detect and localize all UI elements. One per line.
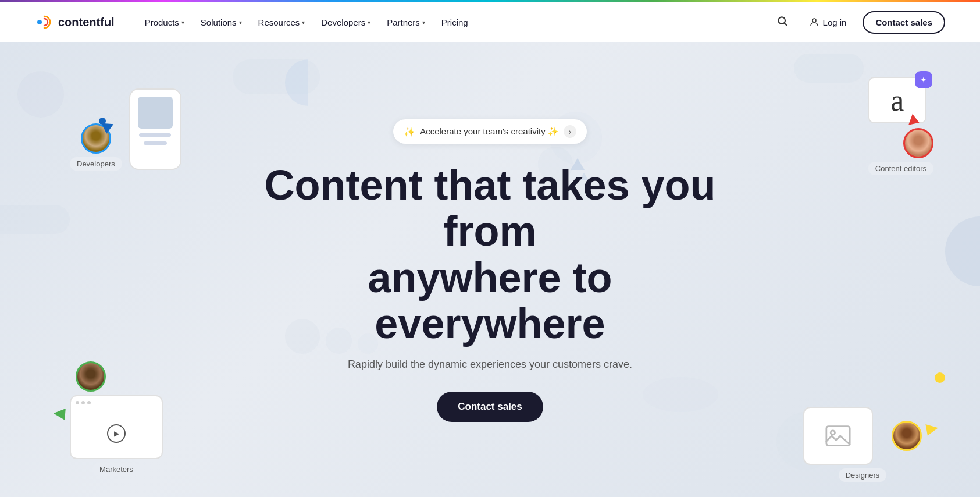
hero-contact-sales-button[interactable]: Contact sales xyxy=(437,392,543,422)
bg-half-circle-2 xyxy=(945,216,980,286)
developer-float: Developers xyxy=(70,88,181,171)
dot-3 xyxy=(87,401,91,404)
chevron-down-icon: ▾ xyxy=(181,19,184,26)
designer-float: Designers xyxy=(803,407,922,482)
pill-arrow-icon: › xyxy=(564,125,576,138)
navbar: contentful Products ▾ Solutions ▾ Resour… xyxy=(0,2,980,42)
phone-screen-placeholder xyxy=(138,97,173,129)
pill-text: Accelerate your team's creativity ✨ xyxy=(420,126,559,137)
chevron-down-icon: ▾ xyxy=(302,19,305,26)
designer-avatar xyxy=(892,421,922,451)
dot-2 xyxy=(81,401,85,404)
svg-line-3 xyxy=(784,23,786,25)
hero-section: Developers a ✦ Content editors ✨ xyxy=(0,42,980,497)
svg-point-1 xyxy=(37,20,42,24)
content-editor-label: Content editors xyxy=(868,162,933,175)
logo-text: contentful xyxy=(58,16,115,29)
text-box-mockup: a ✦ xyxy=(868,77,926,123)
red-cursor-arrow xyxy=(908,114,921,128)
chevron-down-icon: ▾ xyxy=(239,19,242,26)
pill-icon: ✨ xyxy=(404,126,415,137)
bg-circle-2 xyxy=(0,205,70,234)
nav-products[interactable]: Products ▾ xyxy=(138,13,191,32)
yellow-dot xyxy=(935,372,945,383)
image-mockup xyxy=(803,407,873,465)
nav-right: Log in Contact sales xyxy=(772,10,945,34)
hero-pill[interactable]: ✨ Accelerate your team's creativity ✨ › xyxy=(393,119,587,144)
svg-point-4 xyxy=(812,19,816,22)
login-icon xyxy=(809,17,819,27)
sparkle-icon-badge: ✦ xyxy=(915,71,932,88)
bg-circle-9 xyxy=(643,377,718,412)
contentful-logo-icon xyxy=(35,13,54,31)
marketer-float: ▶ Marketers xyxy=(70,361,163,476)
designer-label: Designers xyxy=(839,468,887,482)
svg-rect-5 xyxy=(826,427,850,446)
green-cursor-arrow xyxy=(53,407,66,420)
logo-link[interactable]: contentful xyxy=(35,13,115,31)
dot-1 xyxy=(76,401,79,404)
phone-line-2 xyxy=(144,141,167,145)
marketer-label: Marketers xyxy=(92,463,140,476)
login-button[interactable]: Log in xyxy=(802,12,854,32)
search-button[interactable] xyxy=(772,10,793,34)
nav-resources[interactable]: Resources ▾ xyxy=(251,13,312,32)
video-play-area: ▶ xyxy=(71,409,162,458)
marketer-avatar xyxy=(76,361,106,392)
nav-solutions[interactable]: Solutions ▾ xyxy=(194,13,249,32)
video-mockup: ▶ xyxy=(70,395,163,459)
nav-partners[interactable]: Partners ▾ xyxy=(380,13,432,32)
developer-avatar-area: Developers xyxy=(70,123,122,171)
nav-pricing[interactable]: Pricing xyxy=(434,13,475,32)
play-button-icon: ▶ xyxy=(107,424,126,443)
chevron-down-icon: ▾ xyxy=(368,19,370,26)
yellow-cursor-arrow xyxy=(925,422,939,435)
chevron-down-icon: ▾ xyxy=(422,19,425,26)
content-editor-avatar xyxy=(903,128,933,158)
nav-links: Products ▾ Solutions ▾ Resources ▾ Devel… xyxy=(138,13,772,32)
content-editor-float: a ✦ Content editors xyxy=(868,77,933,175)
contact-sales-nav-button[interactable]: Contact sales xyxy=(863,11,945,34)
bg-circle-1 xyxy=(17,71,64,118)
svg-point-6 xyxy=(831,431,835,435)
video-title-bar xyxy=(71,396,162,409)
bg-circle-4 xyxy=(794,54,864,83)
search-icon xyxy=(776,15,788,27)
developer-label: Developers xyxy=(70,157,122,171)
phone-line-1 xyxy=(139,133,171,137)
image-placeholder-icon xyxy=(825,425,851,447)
phone-mockup xyxy=(129,88,181,170)
nav-developers[interactable]: Developers ▾ xyxy=(314,13,377,32)
blue-dot-indicator xyxy=(99,118,106,125)
hero-subtitle: Rapidly build the dynamic experiences yo… xyxy=(348,358,632,371)
hero-title: Content that takes you from anywhere to … xyxy=(258,162,723,347)
